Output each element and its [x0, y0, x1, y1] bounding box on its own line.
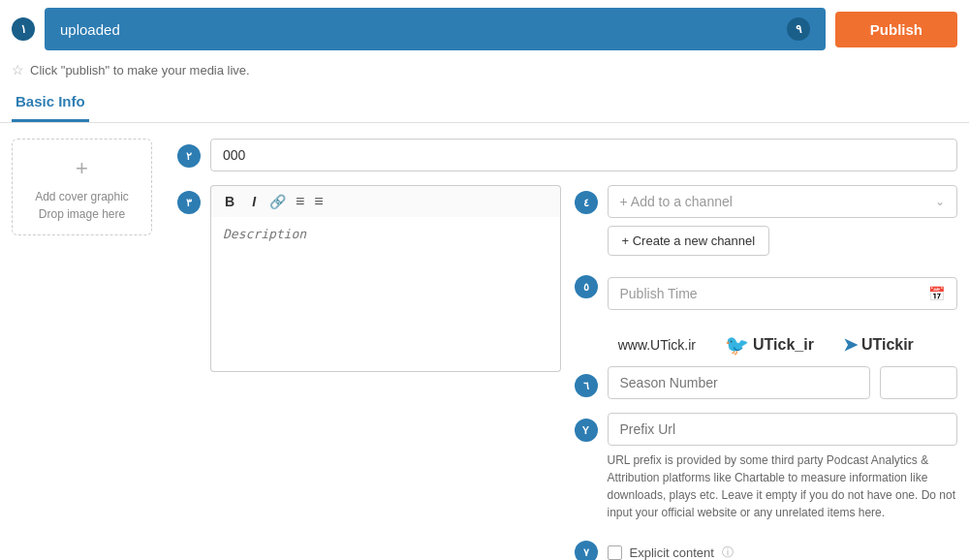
step5-badge: ٥ — [575, 275, 598, 298]
channel-container: + Add to a channel ⌄ + Create a new chan… — [608, 185, 958, 256]
stepY-badge: Y — [575, 419, 598, 442]
cover-line1: Add cover graphic — [35, 188, 129, 205]
channel-dropdown[interactable]: + Add to a channel ⌄ — [608, 185, 958, 218]
step-badge-9: ٩ — [787, 17, 810, 41]
ordered-list-icon[interactable]: ≡ — [296, 193, 304, 210]
calendar-icon: 📅 — [928, 286, 945, 301]
cover-line2: Drop image here — [39, 205, 125, 223]
description-input[interactable] — [210, 217, 561, 372]
subtitle-bar: ☆ Click "publish" to make your media liv… — [0, 58, 969, 78]
cover-step-badge: ١ — [12, 17, 35, 41]
editor-container: B I 🔗 ≡ ≡ — [210, 185, 561, 375]
subtitle-text: Click "publish" to make your media live. — [30, 63, 250, 78]
publish-button[interactable]: Publish — [835, 12, 957, 47]
step8-badge: ٧ — [575, 541, 598, 560]
description-row: ٣ B I 🔗 ≡ ≡ — [177, 185, 561, 375]
editor-toolbar: B I 🔗 ≡ ≡ — [210, 185, 561, 217]
title-field-container — [210, 139, 957, 171]
left-col: ٣ B I 🔗 ≡ ≡ — [177, 185, 561, 560]
step7-badge: ٦ — [575, 374, 598, 397]
upload-status-bar: uploaded ٩ — [45, 8, 826, 50]
publish-time-container: Publish Time 📅 — [608, 269, 958, 310]
unordered-list-icon[interactable]: ≡ — [314, 193, 323, 210]
chevron-down-icon: ⌄ — [935, 195, 945, 208]
right-col: ٤ + Add to a channel ⌄ + Create a new ch… — [575, 185, 958, 560]
brand-url: www.UTick.ir — [618, 337, 696, 353]
step4-badge: ٤ — [575, 191, 598, 214]
prefix-row: Y URL prefix is provided by some third p… — [575, 413, 958, 521]
watermark-section: www.UTick.ir 🐦 UTick_ir ➤ UTickir — [575, 324, 958, 366]
season-input[interactable] — [608, 366, 871, 399]
channel-placeholder-text: + Add to a channel — [620, 194, 733, 209]
telegram-text: UTickir — [861, 336, 914, 354]
left-panel: + Add cover graphic Drop image here — [12, 139, 162, 560]
main-content: + Add cover graphic Drop image here ٢ ٣ … — [0, 139, 969, 560]
explicit-label: Explicit content — [630, 545, 714, 560]
step3-badge: ٣ — [177, 191, 201, 214]
bold-button[interactable]: B — [221, 192, 238, 211]
explicit-container: Explicit content ⓘ — [608, 544, 734, 560]
telegram-icon: ➤ — [843, 334, 858, 356]
explicit-checkbox[interactable] — [608, 545, 622, 560]
right-panel: ٢ ٣ B I 🔗 ≡ ≡ — [177, 139, 957, 560]
two-col-section: ٣ B I 🔗 ≡ ≡ — [177, 185, 957, 560]
link-icon[interactable]: 🔗 — [269, 194, 286, 209]
step2-badge: ٢ — [177, 144, 201, 168]
publish-time-placeholder: Publish Time — [620, 286, 698, 301]
publish-time-input[interactable]: Publish Time 📅 — [608, 277, 958, 310]
create-channel-button[interactable]: + Create a new channel — [608, 226, 770, 256]
prefix-help-text: URL prefix is provided by some third par… — [608, 451, 958, 521]
prefix-input[interactable] — [608, 413, 958, 446]
cover-upload-box[interactable]: + Add cover graphic Drop image here — [12, 139, 152, 235]
help-icon[interactable]: ⓘ — [722, 544, 734, 560]
top-bar: ١ uploaded ٩ Publish — [0, 0, 969, 58]
plus-icon: + — [76, 152, 88, 184]
prefix-container: URL prefix is provided by some third par… — [608, 413, 958, 521]
telegram-handle: ➤ UTickir — [843, 334, 914, 356]
explicit-row: ٧ Explicit content ⓘ — [575, 535, 958, 560]
twitter-text: UTick_ir — [753, 336, 814, 354]
title-input[interactable] — [210, 139, 957, 171]
title-row: ٢ — [177, 139, 957, 171]
season-row: ٦ — [575, 366, 958, 399]
twitter-handle: 🐦 UTick_ir — [725, 333, 814, 357]
tabs-bar: Basic Info — [0, 78, 969, 123]
episode-input[interactable] — [880, 366, 957, 399]
tab-basic-info[interactable]: Basic Info — [12, 87, 89, 122]
italic-button[interactable]: I — [248, 192, 260, 211]
publish-time-row: ٥ Publish Time 📅 — [575, 269, 958, 310]
twitter-icon: 🐦 — [725, 333, 749, 357]
channel-row: ٤ + Add to a channel ⌄ + Create a new ch… — [575, 185, 958, 256]
star-icon: ☆ — [12, 62, 24, 78]
upload-status-text: uploaded — [60, 21, 120, 38]
